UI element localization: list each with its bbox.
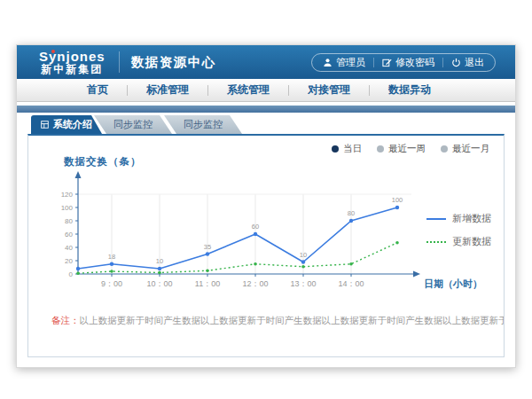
filter-option-today[interactable]: 当日	[332, 143, 362, 155]
legend-item-new-data[interactable]: 新增数据	[426, 212, 491, 225]
svg-text:40: 40	[65, 244, 73, 252]
header-divider	[119, 51, 120, 73]
radio-icon	[441, 145, 448, 153]
svg-text:10: 10	[156, 257, 163, 265]
svg-text:0: 0	[69, 270, 74, 278]
logo-accent-dot	[51, 50, 55, 53]
svg-text:80: 80	[65, 217, 73, 225]
svg-text:10: 10	[300, 251, 307, 259]
current-user-button[interactable]: 管理员	[323, 56, 365, 69]
radio-icon	[377, 145, 384, 153]
form-icon	[41, 120, 49, 130]
page-title: 数据资源中心	[131, 54, 216, 71]
company-logo: Synjones 新中新集团	[39, 50, 106, 74]
line-chart: 0204060801001209：0010：0011：0012：0013：001…	[34, 169, 495, 311]
svg-text:60: 60	[65, 231, 73, 239]
svg-text:20: 20	[65, 257, 73, 265]
change-password-label: 修改密码	[395, 56, 434, 69]
nav-item-interface-management[interactable]: 对接管理	[289, 82, 369, 98]
power-icon	[451, 58, 461, 67]
svg-text:18: 18	[108, 253, 115, 261]
filter-option-last-week[interactable]: 最近一周	[377, 143, 426, 155]
tab-sync-monitor-1[interactable]: 同步监控	[94, 115, 172, 134]
svg-text:14：00: 14：00	[338, 279, 364, 288]
logout-label: 退出	[465, 56, 484, 69]
footnote: 备注：以上数据更新于时间产生数据以上数据更新于时间产生数据以上数据更新于时间产生…	[28, 315, 504, 327]
footnote-prefix: 备注：	[51, 315, 80, 325]
current-user-label: 管理员	[336, 56, 365, 69]
svg-text:11：00: 11：00	[195, 279, 220, 288]
y-axis-title: 数据交换（条）	[64, 155, 142, 168]
user-icon	[323, 58, 332, 67]
tab-sync-monitor-2[interactable]: 同步监控	[164, 115, 242, 134]
radio-selected-icon	[332, 145, 339, 153]
nav-item-home[interactable]: 首页	[68, 82, 127, 98]
svg-text:80: 80	[348, 209, 355, 217]
app-window: Synjones 新中新集团 数据资源中心 管理员 修改密码 退出 首页 标准管…	[16, 44, 516, 368]
edit-icon	[382, 58, 392, 67]
tab-label: 同步监控	[113, 118, 153, 131]
time-range-filter: 当日 最近一周 最近一月	[332, 143, 489, 155]
pill-separator	[373, 58, 374, 67]
svg-text:100: 100	[392, 196, 403, 204]
svg-text:120: 120	[61, 191, 74, 199]
user-actions: 管理员 修改密码 退出	[311, 53, 496, 72]
logo-text: Synjones	[39, 50, 106, 64]
nav-item-standard-management[interactable]: 标准管理	[128, 82, 207, 98]
logo-subtext: 新中新集团	[39, 64, 106, 75]
tab-label: 系统介绍	[53, 118, 92, 131]
legend-item-update-data[interactable]: 更新数据	[426, 235, 491, 248]
header-bar: Synjones 新中新集团 数据资源中心 管理员 修改密码 退出	[17, 45, 515, 79]
filter-option-last-month[interactable]: 最近一月	[441, 143, 489, 155]
change-password-button[interactable]: 修改密码	[382, 56, 434, 69]
tab-system-intro[interactable]: 系统介绍	[31, 115, 102, 134]
nav-accent-band	[17, 106, 515, 113]
main-nav: 首页 标准管理 系统管理 对接管理 数据异动	[17, 79, 515, 102]
footnote-text: 以上数据更新于时间产生数据以上数据更新于时间产生数据以上数据更新于时间产生数据以…	[80, 315, 505, 325]
nav-item-data-change[interactable]: 数据异动	[370, 82, 450, 98]
svg-text:12：00: 12：00	[242, 279, 268, 288]
chart-legend: 新增数据 更新数据	[426, 212, 491, 248]
svg-text:10：00: 10：00	[146, 279, 172, 288]
svg-text:13：00: 13：00	[290, 279, 316, 288]
logout-button[interactable]: 退出	[451, 56, 484, 69]
dotted-line-swatch	[426, 241, 446, 243]
content-panel: 当日 最近一周 最近一月 数据交换（条） 0204060801001209：00…	[27, 134, 505, 357]
solid-line-swatch	[426, 218, 446, 220]
svg-text:日期（小时）: 日期（小时）	[424, 278, 482, 290]
svg-text:35: 35	[204, 243, 211, 251]
pill-separator	[442, 58, 443, 67]
tab-label: 同步监控	[184, 118, 223, 131]
nav-item-system-management[interactable]: 系统管理	[208, 82, 288, 98]
svg-text:60: 60	[252, 223, 259, 231]
tab-strip: 系统介绍 同步监控 同步监控	[31, 115, 515, 134]
svg-text:9：00: 9：00	[101, 279, 122, 288]
svg-text:100: 100	[61, 204, 74, 212]
